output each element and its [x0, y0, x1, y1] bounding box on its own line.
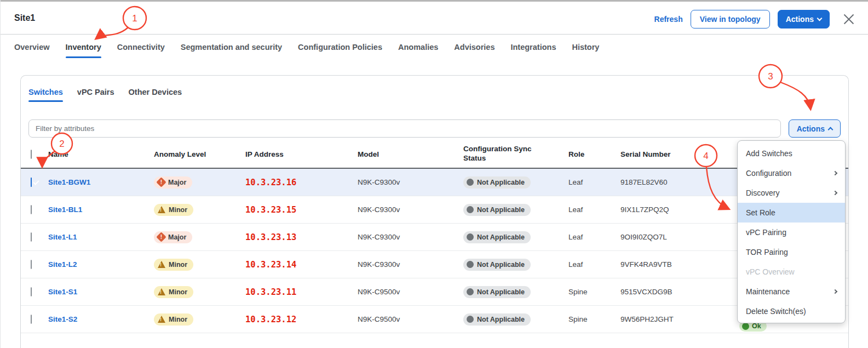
switch-name-link[interactable]: Site1-L2 — [48, 260, 154, 269]
select-all-checkbox[interactable] — [31, 150, 32, 159]
anomaly-label: Minor — [169, 261, 187, 269]
model: N9K-C9300v — [358, 178, 463, 186]
tab-configuration-policies[interactable]: Configuration Policies — [298, 43, 382, 58]
menu-item-set-role[interactable]: Set Role — [738, 203, 845, 223]
switch-name-link[interactable]: Site1-L1 — [48, 233, 154, 241]
tab-anomalies[interactable]: Anomalies — [398, 43, 438, 58]
gray-dot-icon — [467, 316, 474, 323]
tab-connectivity[interactable]: Connectivity — [117, 43, 165, 58]
col-header-anomaly-level[interactable]: Anomaly Level — [154, 150, 245, 158]
menu-item-add-switches[interactable]: Add Switches — [738, 144, 845, 163]
tab-history[interactable]: History — [572, 43, 599, 58]
row-checkbox[interactable] — [31, 315, 32, 324]
col-header-model[interactable]: Model — [358, 150, 463, 158]
view-in-topology-button[interactable]: View in topology — [691, 10, 770, 28]
serial-number: 9OI9I0ZQO7L — [620, 233, 719, 241]
anomaly-badge: Minor — [154, 313, 193, 326]
major-anomaly-icon — [156, 177, 166, 187]
serial-number: 9515VCXDG9B — [620, 288, 719, 296]
anomaly-label: Minor — [169, 288, 187, 296]
close-icon[interactable] — [842, 12, 856, 26]
subtab-other-devices[interactable]: Other Devices — [129, 88, 182, 102]
menu-item-configuration[interactable]: Configuration — [738, 163, 845, 183]
table-actions-button[interactable]: Actions — [789, 119, 841, 138]
col-header-name[interactable]: Name — [48, 150, 154, 158]
menu-item-vpc-pairing[interactable]: vPC Pairing — [738, 223, 845, 242]
ip-address: 10.3.23.13 — [245, 232, 358, 242]
subtab-vpc-pairs[interactable]: vPC Pairs — [77, 88, 114, 102]
switch-name-link[interactable]: Site1-BL1 — [48, 206, 154, 214]
sub-tab-bar: Switches vPC Pairs Other Devices — [28, 88, 182, 102]
tab-advisories[interactable]: Advisories — [454, 43, 495, 58]
chevron-right-icon — [833, 191, 837, 195]
inventory-card: Switches vPC Pairs Other Devices Actions… — [20, 75, 849, 348]
tab-overview[interactable]: Overview — [14, 43, 50, 58]
col-header-serial-number[interactable]: Serial Number — [620, 150, 719, 158]
model: N9K-C9300v — [358, 206, 463, 214]
chevron-up-icon — [828, 127, 833, 133]
sync-status-label: Not Applicable — [477, 316, 525, 323]
chevron-down-icon — [817, 16, 823, 21]
sync-status-badge: Not Applicable — [463, 259, 531, 271]
switch-name-link[interactable]: Site1-BGW1 — [48, 178, 154, 186]
menu-item-maintenance[interactable]: Maintenance — [738, 282, 845, 301]
row-checkbox[interactable] — [31, 178, 32, 187]
switch-name-link[interactable]: Site1-S1 — [48, 288, 154, 296]
table-row: Site1-S2 Minor 10.3.23.12 N9K-C9500v Not… — [21, 306, 848, 333]
filter-toolbar: Actions — [28, 119, 841, 138]
minor-anomaly-icon — [158, 288, 165, 295]
menu-item-label: TOR Pairing — [746, 248, 788, 256]
row-checkbox[interactable] — [31, 205, 32, 214]
role: Spine — [568, 315, 620, 323]
sync-status-label: Not Applicable — [477, 206, 525, 214]
dialog-header: Site1 Refresh View in topology Actions — [1, 2, 868, 34]
col-header-role[interactable]: Role — [568, 150, 620, 158]
minor-anomaly-icon — [158, 206, 165, 213]
menu-item-discovery[interactable]: Discovery — [738, 183, 845, 203]
serial-number: 9VFK4RA9VTB — [620, 260, 719, 269]
sync-status-badge: Not Applicable — [463, 286, 531, 298]
sync-status-badge: Not Applicable — [463, 313, 531, 326]
table-actions-label: Actions — [797, 124, 825, 133]
header-actions-label: Actions — [786, 15, 814, 24]
tab-integrations[interactable]: Integrations — [510, 43, 556, 58]
chevron-right-icon — [833, 289, 837, 294]
gray-dot-icon — [467, 288, 474, 295]
tab-segmentation-and-security[interactable]: Segmentation and security — [181, 43, 282, 58]
table-row: Site1-S1 Minor 10.3.23.11 N9K-C9500v Not… — [21, 278, 848, 306]
green-dot-icon — [742, 323, 749, 330]
gray-dot-icon — [467, 179, 474, 186]
model: N9K-C9500v — [358, 315, 463, 323]
ip-address: 10.3.23.12 — [245, 315, 358, 324]
major-anomaly-icon — [156, 232, 166, 242]
switch-name-link[interactable]: Site1-S2 — [48, 315, 154, 323]
sync-status-badge: Not Applicable — [463, 231, 531, 243]
row-checkbox[interactable] — [31, 260, 32, 269]
page-title: Site1 — [14, 13, 35, 23]
menu-item-label: Set Role — [746, 208, 775, 217]
row-checkbox[interactable] — [31, 232, 32, 242]
anomaly-label: Major — [168, 179, 186, 186]
subtab-switches[interactable]: Switches — [28, 88, 63, 102]
menu-item-tor-pairing[interactable]: TOR Pairing — [738, 242, 845, 262]
gray-dot-icon — [467, 261, 474, 268]
col-header-config-sync-status[interactable]: Configuration Sync Status — [463, 145, 545, 163]
menu-item-delete-switches[interactable]: Delete Switch(es) — [738, 301, 845, 321]
row-checkbox[interactable] — [31, 287, 32, 296]
model: N9K-C9300v — [358, 233, 463, 241]
sync-status-badge: Not Applicable — [463, 204, 531, 216]
sync-status-label: Not Applicable — [477, 233, 525, 241]
tab-inventory[interactable]: Inventory — [66, 43, 101, 58]
serial-number: 9W56PH2JGHT — [620, 315, 719, 323]
refresh-link[interactable]: Refresh — [654, 15, 683, 24]
model: N9K-C9500v — [358, 288, 463, 296]
ok-status-label: Ok — [752, 322, 761, 330]
header-actions-button[interactable]: Actions — [778, 10, 830, 28]
sync-status-label: Not Applicable — [477, 179, 525, 186]
minor-anomaly-icon — [158, 316, 165, 323]
menu-item-label: Delete Switch(es) — [746, 307, 806, 316]
col-header-ip-address[interactable]: IP Address — [245, 150, 358, 158]
filter-input[interactable] — [28, 119, 781, 138]
anomaly-badge: Minor — [154, 286, 193, 298]
role: Leaf — [568, 233, 620, 241]
